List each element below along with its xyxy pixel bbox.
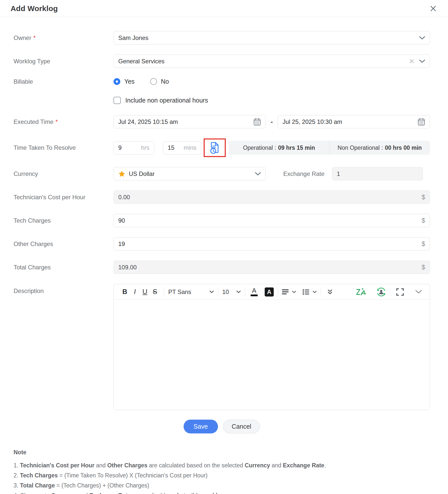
operational-badge: Operational : 09 hrs 15 min [229, 141, 329, 155]
owner-label: Owner* [14, 34, 114, 41]
chevron-down-icon [292, 291, 296, 293]
close-icon[interactable] [429, 5, 437, 12]
minutes-input[interactable]: 15 mins [163, 141, 201, 155]
save-button[interactable]: Save [184, 420, 218, 433]
total-charges-row: Total Charges 109.00 $ [14, 261, 430, 274]
chevron-down-icon[interactable] [419, 36, 425, 40]
tech-charges-label: Tech Charges [14, 217, 114, 224]
chevron-down-icon [209, 290, 214, 293]
list-select[interactable] [303, 289, 317, 295]
note-heading: Note [14, 449, 433, 456]
other-charges-row: Other Charges 19 $ [14, 237, 430, 251]
radio-unselected-icon[interactable] [150, 78, 157, 85]
collapse-toolbar-chevron-icon[interactable] [414, 286, 424, 298]
font-family-select[interactable]: PT Sans [168, 288, 214, 295]
tech-charges-input[interactable]: 90 $ [114, 214, 430, 227]
more-options-icon[interactable] [325, 286, 335, 298]
align-left-icon [282, 289, 289, 295]
description-textarea[interactable] [114, 300, 430, 410]
highlight-color-button[interactable]: A [265, 287, 274, 297]
tech-charges-row: Tech Charges 90 $ [14, 214, 430, 227]
rich-text-editor: B I U S PT Sans 10 [114, 284, 430, 410]
exchange-rate-value: 1 [337, 170, 340, 177]
minutes-value: 15 [168, 144, 175, 151]
include-non-operational-checkbox-row[interactable]: Include non operational hours [114, 97, 208, 104]
bullet-list-icon [303, 289, 309, 295]
description-row: Description B I U S PT Sans [14, 284, 430, 410]
billable-no-option[interactable]: No [150, 78, 169, 85]
billable-row: Billable Yes No [14, 78, 430, 85]
chevron-down-icon[interactable] [255, 172, 261, 176]
worklog-type-label: Worklog Type [14, 58, 114, 65]
description-label: Description [14, 284, 114, 294]
fullscreen-icon[interactable] [395, 286, 405, 298]
tech-cost-label: Technician's Cost per Hour [14, 194, 114, 201]
executed-time-label: Executed Time* [14, 118, 114, 125]
tech-cost-row: Technician's Cost per Hour 0.00 $ [14, 190, 430, 204]
toolbar-divider [164, 287, 164, 297]
billable-radio-group: Yes No [114, 78, 181, 85]
strikethrough-button[interactable]: S [150, 286, 160, 298]
hours-input[interactable]: 9 hrs [114, 141, 154, 155]
zia-assistant-icon[interactable] [356, 286, 367, 298]
other-charges-label: Other Charges [14, 240, 114, 248]
worklog-timer-document-clock-icon[interactable] [209, 142, 220, 154]
dollar-sign: $ [422, 217, 425, 224]
toolbar-divider [218, 287, 218, 297]
billable-label: Billable [14, 78, 114, 85]
currency-row: Currency US Dollar Exchange Rate 1 [14, 167, 430, 180]
star-icon [118, 170, 125, 177]
user-sync-icon[interactable] [376, 286, 386, 298]
executed-time-row: Executed Time* Jul 24, 2025 10:15 am - J… [14, 115, 430, 128]
highlight-red-box [204, 138, 226, 157]
radio-selected-icon[interactable] [114, 78, 120, 85]
chevron-down-icon[interactable] [419, 60, 425, 63]
worklog-type-select[interactable]: General Services [114, 55, 430, 68]
font-color-button[interactable]: A [249, 286, 259, 298]
executed-time-start-input[interactable]: Jul 24, 2025 10:15 am [114, 115, 266, 128]
billable-yes-option[interactable]: Yes [114, 78, 135, 85]
underline-button[interactable]: U [140, 286, 150, 298]
owner-value: Sam Jones [118, 34, 148, 41]
hours-value: 9 [118, 144, 122, 151]
total-charges-value: 109.00 [118, 264, 137, 271]
executed-time-end-input[interactable]: Jul 25, 2025 10:30 am [278, 115, 430, 128]
calendar-icon[interactable] [253, 118, 261, 126]
font-size-select[interactable]: 10 [222, 288, 241, 295]
currency-value: US Dollar [129, 170, 155, 177]
time-taken-label: Time Taken To Resolve [14, 144, 114, 151]
dollar-sign: $ [422, 264, 425, 271]
note-section: Note 1. Technician's Cost per Hour and O… [0, 449, 448, 494]
minutes-unit: mins [184, 144, 196, 151]
currency-select[interactable]: US Dollar [114, 167, 266, 180]
checkbox-unchecked-icon[interactable] [114, 97, 121, 104]
chevron-down-icon [236, 290, 241, 293]
required-asterisk: * [55, 118, 58, 125]
editor-toolbar: B I U S PT Sans 10 [114, 284, 430, 300]
toolbar-divider [321, 287, 321, 297]
bold-button[interactable]: B [120, 286, 130, 298]
required-asterisk: * [33, 34, 36, 41]
other-charges-input[interactable]: 19 $ [114, 237, 430, 251]
date-range-separator: - [266, 118, 278, 126]
non-operational-row: Include non operational hours [14, 97, 430, 104]
action-buttons: Save Cancel [14, 420, 430, 433]
clear-icon[interactable] [409, 59, 414, 64]
align-select[interactable] [282, 289, 296, 295]
owner-select[interactable]: Sam Jones [114, 31, 430, 44]
cancel-button[interactable]: Cancel [223, 420, 260, 433]
color-swatch [251, 294, 258, 296]
executed-time-end-value: Jul 25, 2025 10:30 am [283, 118, 342, 125]
other-charges-value: 19 [118, 240, 125, 248]
note-item-2: 2. Tech Charges = (Time Taken To Resolve… [14, 470, 433, 480]
tech-charges-value: 90 [118, 217, 125, 224]
worklog-type-row: Worklog Type General Services [14, 55, 430, 68]
total-charges-label: Total Charges [14, 264, 114, 271]
calendar-icon[interactable] [418, 118, 425, 126]
page-title: Add Worklog [11, 4, 58, 13]
worklog-type-value: General Services [118, 58, 164, 65]
note-item-4: 4. Changes to Currency and Exchange Rate… [14, 490, 433, 494]
note-item-3: 3. Total Charge = (Tech Charges) + (Othe… [14, 480, 433, 490]
note-item-1: 1. Technician's Cost per Hour and Other … [14, 460, 433, 470]
italic-button[interactable]: I [130, 286, 140, 298]
